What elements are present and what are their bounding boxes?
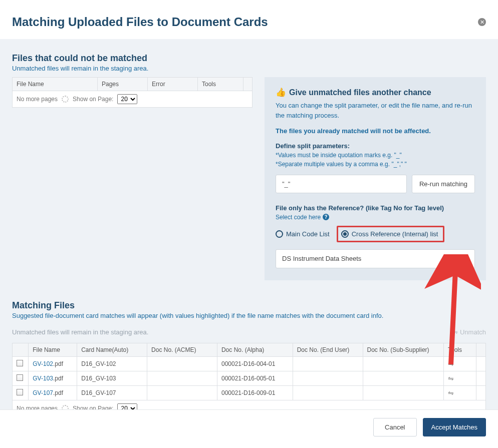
cell-enduser [293,356,363,371]
code-dropdown[interactable]: DS Instrument Data Sheets × ⌄ [276,249,475,268]
col-spacer [243,78,253,91]
matching-subtitle: Suggested file-document card matches wil… [12,312,486,319]
col-cardname[interactable]: Card Name(Auto) [77,343,147,356]
cell-cardname: D16_GV-107 [77,385,147,400]
row-checkbox[interactable] [17,374,23,381]
cell-alpha: 000021-D16-009-01 [217,385,293,400]
rerun-button[interactable]: Re-run matching [412,175,475,193]
radio-main-label: Main Code List [286,230,330,238]
row-checkbox[interactable] [17,389,23,395]
col-filename[interactable]: File Name [29,343,77,356]
help-icon[interactable]: ? [323,214,329,220]
col-spacer [476,343,485,356]
reference-question: File only has the Reference? (like Tag N… [276,204,475,212]
col-enduser[interactable]: Doc No. (End User) [293,343,363,356]
panel-note1: *Values must be inside quotation marks e… [276,151,475,160]
split-input[interactable] [276,175,407,193]
cell-acme [147,385,217,400]
chevron-down-icon[interactable]: ⌄ [463,256,468,263]
unmatch-label: Unmatch [460,328,486,336]
unlink-icon[interactable]: ⇋ [448,360,454,368]
pager-show-label: Show on Page: [73,96,113,103]
cell-sub [363,356,443,371]
col-error[interactable]: Error [148,78,198,91]
unlink-icon: ⇋ [452,328,458,336]
dialog-title: Matching Uploaded Files to Document Card… [12,15,268,29]
matching-title: Matching Files [12,300,486,311]
matching-table: File Name Card Name(Auto) Doc No. (ACME)… [12,343,486,400]
cell-tools: ⇋ [443,385,476,400]
define-label: Define split parameters: [276,142,475,150]
cell-filename: GV-103.pdf [29,371,77,385]
radio-cross-label: Cross Reference (Internal) list [352,230,438,238]
dialog-footer: Cancel Accept Matches [0,409,498,444]
cell-cardname: D16_GV-103 [77,371,147,385]
cell-filename: GV-102.pdf [29,356,77,371]
file-link[interactable]: GV-103 [33,375,53,382]
pager-nomore: No more pages [17,96,58,103]
cancel-button[interactable]: Cancel [373,418,416,436]
cell-filename: GV-107.pdf [29,385,77,400]
matching-pager: No more pages Show on Page: 20 [12,400,486,410]
unmatched-title: Files that could not be matched [12,53,486,64]
unmatch-button[interactable]: ⇋ Unmatch [452,328,486,336]
col-pages[interactable]: Pages [98,78,148,91]
cell-tools: ⇋ [443,356,476,371]
col-tools[interactable]: Tools [443,343,476,356]
unlink-icon[interactable]: ⇋ [448,389,454,397]
panel-line2: The files you already matched will not b… [276,127,431,135]
panel-line1: You can change the split parameter, or e… [276,101,475,120]
close-icon[interactable]: ✕ [478,18,486,26]
col-acme[interactable]: Doc No. (ACME) [147,343,217,356]
dropdown-clear-icon[interactable]: × [452,255,456,263]
cell-alpha: 000021-D16-005-01 [217,371,293,385]
dropdown-value: DS Instrument Data Sheets [282,255,361,262]
col-tools[interactable]: Tools [198,78,243,91]
spinner-icon [62,96,69,103]
unlink-icon[interactable]: ⇋ [448,374,454,382]
matching-note: Unmatched files will remain in the stagi… [12,328,148,336]
file-link[interactable]: GV-102 [33,360,53,367]
pager-show-label: Show on Page: [73,405,113,410]
radio-icon-checked [341,230,349,238]
col-alpha[interactable]: Doc No. (Alpha) [217,343,293,356]
pager-nomore: No more pages [17,405,58,410]
table-row: GV-102.pdfD16_GV-102000021-D16-004-01⇋ [13,356,486,371]
cell-acme [147,371,217,385]
col-check [13,343,29,356]
table-row: GV-107.pdfD16_GV-107000021-D16-009-01⇋ [13,385,486,400]
pager-select[interactable]: 20 [117,403,137,410]
row-checkbox[interactable] [17,360,23,366]
cell-tools: ⇋ [443,371,476,385]
radio-cross-reference[interactable]: Cross Reference (Internal) list [337,226,445,242]
unmatched-table: File Name Pages Error Tools [12,77,253,91]
unmatched-subtitle: Unmatched files will remain in the stagi… [12,65,486,72]
accept-button[interactable]: Accept Matches [423,418,486,436]
unmatched-pager: No more pages Show on Page: 20 [12,91,253,108]
panel-title: Give unmatched files another chance [289,88,431,97]
pager-select[interactable]: 20 [117,94,137,104]
table-row: GV-103.pdfD16_GV-103000021-D16-005-01⇋ [13,371,486,385]
col-filename[interactable]: File Name [13,78,98,91]
radio-icon [276,230,283,238]
cell-sub [363,371,443,385]
file-link[interactable]: GV-107 [33,389,53,396]
cell-alpha: 000021-D16-004-01 [217,356,293,371]
cell-acme [147,356,217,371]
spinner-icon [62,405,69,410]
panel-note2: *Separate multiple values by a comma e.g… [276,160,475,169]
cell-enduser [293,385,363,400]
cell-enduser [293,371,363,385]
content-area: Files that could not be matched Unmatche… [0,39,498,409]
cell-sub [363,385,443,400]
radio-main-code[interactable]: Main Code List [276,230,330,238]
retry-panel: 👍 Give unmatched files another chance Yo… [265,77,486,280]
col-sub[interactable]: Doc No. (Sub-Supplier) [363,343,443,356]
cell-cardname: D16_GV-102 [77,356,147,371]
select-here-label: Select code here [276,214,321,221]
thumbs-up-icon: 👍 [276,87,286,98]
